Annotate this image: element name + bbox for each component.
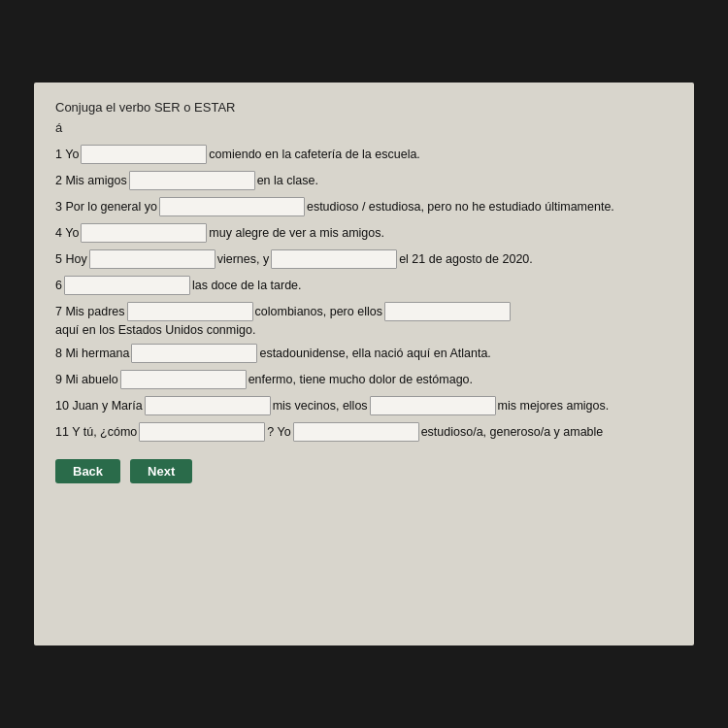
ex10-input-b[interactable] (370, 396, 496, 415)
ex4-input[interactable] (81, 223, 207, 243)
next-button[interactable]: Next (130, 459, 192, 483)
ex1-num: 1 Yo (55, 148, 79, 161)
ex11-text-b: estudioso/a, generoso/a y amable (421, 425, 604, 439)
ex4-text: muy alegre de ver a mis amigos. (209, 226, 384, 240)
ex10-text-b: mis mejores amigos. (498, 399, 610, 413)
ex5-input-a[interactable] (89, 249, 215, 269)
exercise-row-6: 6 las doce de la tarde. (55, 276, 673, 295)
exercise-list: 1 Yo comiendo en la cafetería de la escu… (55, 145, 673, 442)
exercise-row-10: 10 Juan y María mis vecinos, ellos mis m… (55, 396, 673, 415)
ex7-input-b[interactable] (384, 302, 511, 321)
ex4-num: 4 Yo (55, 226, 79, 240)
ex9-text: enfermo, tiene mucho dolor de estómago. (248, 373, 473, 386)
section-label: á (55, 120, 673, 135)
ex7-input-a[interactable] (127, 302, 253, 321)
ex2-input[interactable] (129, 171, 255, 190)
ex8-input[interactable] (131, 344, 257, 363)
ex5-text-a: viernes, y (217, 252, 270, 266)
instruction-text: Conjuga el verbo SER o ESTAR (55, 100, 673, 115)
ex10-num: 10 Juan y María (55, 399, 143, 413)
ex11-text-a: ? Yo (267, 425, 290, 439)
ex3-input[interactable] (159, 197, 305, 216)
ex7-text-b: aquí en los Estados Unidos conmigo. (55, 323, 255, 337)
ex8-text: estadounidense, ella nació aquí en Atlan… (259, 347, 490, 360)
ex1-input[interactable] (81, 145, 207, 164)
ex3-num: 3 Por lo general yo (55, 200, 157, 214)
exercise-row-11: 11 Y tú, ¿cómo ? Yo estudioso/a, generos… (55, 422, 673, 442)
ex11-input-b[interactable] (293, 422, 419, 442)
ex11-num: 11 Y tú, ¿cómo (55, 425, 137, 439)
ex9-num: 9 Mi abuelo (55, 373, 118, 386)
ex9-input[interactable] (120, 370, 247, 389)
ex6-num: 6 (55, 279, 62, 292)
exercise-row-4: 4 Yo muy alegre de ver a mis amigos. (55, 223, 673, 243)
exercise-row-3: 3 Por lo general yo estudioso / estudios… (55, 197, 673, 216)
exercise-row-9: 9 Mi abuelo enfermo, tiene mucho dolor d… (55, 370, 673, 389)
exercise-row-5: 5 Hoy viernes, y el 21 de agosto de 2020… (55, 249, 673, 269)
ex1-text: comiendo en la cafetería de la escuela. (209, 148, 420, 161)
exercise-row-7: 7 Mis padres colombianos, pero ellos aqu… (55, 302, 673, 337)
ex10-text-a: mis vecinos, ellos (273, 399, 368, 413)
exercise-row-8: 8 Mi hermana estadounidense, ella nació … (55, 344, 673, 363)
ex7-text-a: colombianos, pero ellos (255, 305, 382, 318)
exercise-row-1: 1 Yo comiendo en la cafetería de la escu… (55, 145, 673, 164)
main-screen: Conjuga el verbo SER o ESTAR á 1 Yo comi… (34, 83, 694, 645)
ex11-input-a[interactable] (139, 422, 265, 442)
button-row: Back Next (55, 459, 673, 483)
ex5-text-b: el 21 de agosto de 2020. (399, 252, 533, 266)
ex5-num: 5 Hoy (55, 252, 87, 266)
ex2-num: 2 Mis amigos (55, 174, 127, 187)
back-button[interactable]: Back (55, 459, 120, 483)
exercise-row-2: 2 Mis amigos en la clase. (55, 171, 673, 190)
ex3-text: estudioso / estudiosa, pero no he estudi… (307, 200, 614, 214)
ex8-num: 8 Mi hermana (55, 347, 129, 360)
ex7-num: 7 Mis padres (55, 305, 125, 318)
ex5-input-b[interactable] (271, 249, 397, 269)
ex6-input[interactable] (64, 276, 190, 295)
ex10-input-a[interactable] (145, 396, 271, 415)
ex2-text: en la clase. (257, 174, 318, 187)
ex6-text: las doce de la tarde. (192, 279, 302, 292)
